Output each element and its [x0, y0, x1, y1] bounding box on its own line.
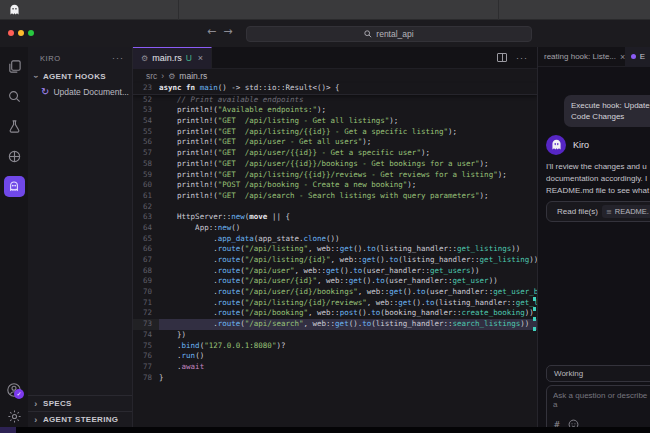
- line-number: 64: [133, 223, 159, 234]
- assistant-header: Kiro: [546, 135, 589, 155]
- line-number: 65: [133, 234, 159, 245]
- line-number: 77: [133, 362, 159, 373]
- file-chip-readme[interactable]: ≡ README.: [602, 205, 650, 218]
- maximize-window-button[interactable]: [28, 30, 34, 36]
- code-line-67[interactable]: 67 .route("/api/listing/{id}", web::get(…: [133, 255, 537, 266]
- close-window-button[interactable]: [8, 30, 14, 36]
- desktop-divider: [498, 0, 499, 20]
- code-line-54[interactable]: 54 println!("GET /api/listing - Get all …: [133, 116, 537, 127]
- search-value: rental_api: [376, 29, 413, 39]
- kiro-avatar: [546, 135, 566, 155]
- minimize-window-button[interactable]: [18, 30, 24, 36]
- code-line-69[interactable]: 69 .route("/api/user/{id}", web::get().t…: [133, 276, 537, 287]
- editor-tabbar: ⚙ main.rs U × ···: [133, 47, 537, 69]
- code-line-61[interactable]: 61 println!("GET /api/search - Search li…: [133, 191, 537, 202]
- unsaved-dot-icon: [631, 54, 636, 59]
- code-line-56[interactable]: 56 println!("GET /api/user - Get all use…: [133, 137, 537, 148]
- line-number: 67: [133, 255, 159, 266]
- breadcrumb-folder[interactable]: src: [146, 71, 157, 81]
- code-line-23[interactable]: 23async fn main() -> std::io::Result<()>…: [133, 83, 537, 94]
- extensions-icon[interactable]: [0, 141, 28, 171]
- code-line-64[interactable]: 64 App::new(): [133, 223, 537, 234]
- code-line-57[interactable]: 57 println!("GET /api/user/{{id}} - Get …: [133, 148, 537, 159]
- settings-gear-icon[interactable]: [0, 405, 28, 427]
- section-specs[interactable]: › SPECS: [28, 396, 132, 411]
- code-line-72[interactable]: 72 .route("/api/booking", web::post().to…: [133, 308, 537, 319]
- code-line-77[interactable]: 77 .await: [133, 362, 537, 373]
- code-line-73[interactable]: 73 .route("/api/search", web::get().to(l…: [133, 319, 537, 330]
- read-files-tool-card[interactable]: Read file(s) ≡ README.: [546, 201, 650, 222]
- code-lines[interactable]: 52 // Print available endpoints53 printl…: [133, 95, 537, 384]
- section-label: SPECS: [43, 399, 72, 408]
- code-line-75[interactable]: 75 .bind("127.0.0.1:8080")?: [133, 341, 537, 352]
- code-line-66[interactable]: 66 .route("/api/listing", web::get().to(…: [133, 244, 537, 255]
- code-line-62[interactable]: 62: [133, 202, 537, 213]
- overview-ruler[interactable]: [533, 297, 536, 337]
- hook-item-update-documentation[interactable]: ↻ Update Document...: [28, 84, 132, 99]
- line-number: 68: [133, 266, 159, 277]
- line-number: 62: [133, 202, 159, 213]
- editor-actions: ···: [497, 53, 537, 63]
- more-actions-icon[interactable]: ···: [516, 53, 528, 63]
- search-sidebar-icon[interactable]: [0, 81, 28, 111]
- desktop-strip: [0, 0, 650, 20]
- back-button[interactable]: ←: [207, 25, 216, 38]
- code-line-52[interactable]: 52 // Print available endpoints: [133, 95, 537, 106]
- code-line-74[interactable]: 74 }): [133, 330, 537, 341]
- line-number: 57: [133, 148, 159, 159]
- section-agent-steering[interactable]: › AGENT STEERING: [28, 412, 132, 427]
- chat-input[interactable]: [553, 391, 650, 415]
- sidebar-title: KIRO: [40, 54, 61, 63]
- sidebar-header: KIRO ···: [28, 47, 132, 69]
- kiro-agent-tab[interactable]: [0, 171, 28, 201]
- tool-card-label: Read file(s): [557, 207, 598, 216]
- line-number: 69: [133, 276, 159, 287]
- breadcrumb[interactable]: src › ⚙ main.rs: [133, 69, 537, 83]
- code-line-53[interactable]: 53 println!("Available endpoints:");: [133, 105, 537, 116]
- chevron-right-icon: ›: [161, 71, 164, 81]
- line-number: 56: [133, 137, 159, 148]
- line-number: 66: [133, 244, 159, 255]
- section-label: AGENT HOOKS: [43, 72, 106, 81]
- code-line-58[interactable]: 58 println!("GET /api/user/{{id}}/bookin…: [133, 159, 537, 170]
- assistant-message-line: I'll review the changes and u: [546, 161, 650, 173]
- sticky-scroll-line[interactable]: 23async fn main() -> std::io::Result<()>…: [133, 83, 537, 95]
- panel-tab-execute-hook[interactable]: E: [625, 47, 650, 67]
- rust-file-icon: ⚙: [168, 72, 175, 81]
- section-agent-hooks[interactable]: › AGENT HOOKS: [28, 69, 132, 84]
- assistant-message-line: README.md file to see what: [546, 185, 650, 197]
- panel-tab-creating-hook[interactable]: reating hook: Liste... ×: [538, 47, 625, 67]
- code-line-68[interactable]: 68 .route("/api/user", web::get().to(use…: [133, 266, 537, 277]
- code-line-65[interactable]: 65 .app_data(app_state.clone()): [133, 234, 537, 245]
- sidebar: KIRO ··· › AGENT HOOKS ↻ Update Document…: [28, 47, 133, 427]
- split-editor-icon[interactable]: [497, 53, 507, 62]
- code-line-70[interactable]: 70 .route("/api/user/{id}/bookings", web…: [133, 287, 537, 298]
- more-actions-icon[interactable]: ···: [112, 53, 124, 63]
- command-center-search[interactable]: rental_api: [246, 26, 532, 42]
- panel-tab-label: E: [640, 52, 645, 61]
- remote-indicator[interactable]: [0, 427, 16, 433]
- tab-main-rs[interactable]: ⚙ main.rs U ×: [133, 47, 212, 69]
- flask-icon[interactable]: [0, 111, 28, 141]
- code-line-63[interactable]: 63 HttpServer::new(move || {: [133, 212, 537, 223]
- chat-input-box[interactable]: #: [546, 385, 650, 433]
- user-message-line: Code Changes: [571, 111, 650, 122]
- close-tab-icon[interactable]: ×: [198, 53, 203, 63]
- status-bar: [0, 427, 650, 433]
- search-icon: [364, 30, 372, 38]
- explorer-icon[interactable]: [0, 51, 28, 81]
- code-line-76[interactable]: 76 .run(): [133, 351, 537, 362]
- window-controls: [8, 30, 34, 36]
- breadcrumb-file[interactable]: main.rs: [179, 71, 207, 81]
- line-number: 60: [133, 180, 159, 191]
- forward-button[interactable]: →: [223, 25, 232, 38]
- code-line-60[interactable]: 60 println!("POST /api/booking - Create …: [133, 180, 537, 191]
- window-titlebar: ← → rental_api: [0, 20, 650, 47]
- code-line-59[interactable]: 59 println!("GET /api/listing/{{id}}/rev…: [133, 170, 537, 181]
- account-icon[interactable]: ✓: [0, 375, 28, 405]
- history-nav: ← →: [207, 25, 232, 38]
- code-line-55[interactable]: 55 println!("GET /api/listing/{{id}} - G…: [133, 127, 537, 138]
- working-label: Working: [554, 369, 583, 378]
- code-line-71[interactable]: 71 .route("/api/listing/{id}/reviews", w…: [133, 298, 537, 309]
- code-line-78[interactable]: 78}: [133, 373, 537, 384]
